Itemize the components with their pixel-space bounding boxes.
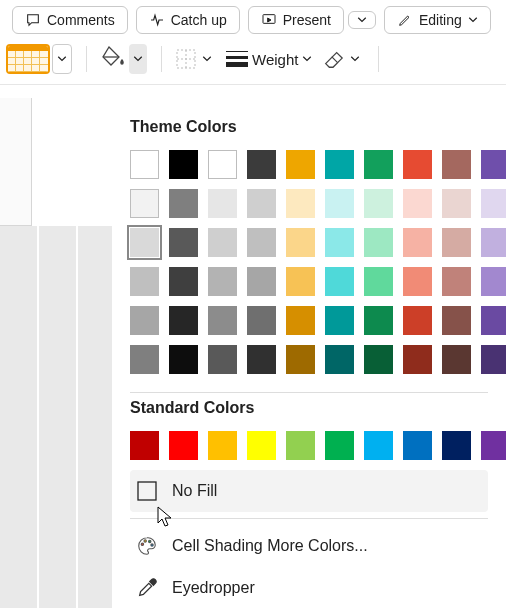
color-swatch[interactable] [247,150,276,179]
toolbar-divider [161,46,162,72]
color-swatch[interactable] [442,306,471,335]
more-colors-label: Cell Shading More Colors... [172,537,368,555]
table-tools-row: Weight [0,40,506,85]
table-style-dropdown[interactable] [52,44,72,74]
color-swatch[interactable] [325,345,354,374]
color-swatch[interactable] [442,431,471,460]
color-swatch[interactable] [364,431,393,460]
fill-bucket-button[interactable] [101,44,127,74]
color-swatch[interactable] [325,267,354,296]
color-swatch[interactable] [130,150,159,179]
color-swatch[interactable] [247,306,276,335]
color-swatch[interactable] [403,228,432,257]
color-swatch[interactable] [247,431,276,460]
theme-colors-grid [130,150,488,374]
table-style-thumbnail[interactable] [6,44,50,74]
eraser-group [322,44,364,74]
color-swatch[interactable] [481,189,506,218]
color-swatch[interactable] [169,267,198,296]
color-swatch[interactable] [208,150,237,179]
color-swatch[interactable] [169,431,198,460]
color-swatch[interactable] [286,189,315,218]
color-swatch[interactable] [481,150,506,179]
color-swatch[interactable] [403,431,432,460]
svg-point-8 [151,544,153,546]
color-swatch[interactable] [247,345,276,374]
editing-mode-button[interactable]: Editing [384,6,491,34]
color-swatch[interactable] [481,228,506,257]
color-swatch[interactable] [481,267,506,296]
color-swatch[interactable] [325,228,354,257]
color-swatch[interactable] [286,431,315,460]
toolbar-divider [86,46,87,72]
border-dropdown[interactable] [198,44,216,74]
color-swatch[interactable] [130,228,159,257]
color-swatch[interactable] [286,345,315,374]
catchup-button[interactable]: Catch up [136,6,240,34]
color-swatch[interactable] [325,150,354,179]
color-swatch[interactable] [442,189,471,218]
color-swatch[interactable] [247,228,276,257]
color-swatch[interactable] [169,189,198,218]
color-swatch[interactable] [247,267,276,296]
color-swatch[interactable] [364,267,393,296]
color-swatch[interactable] [442,228,471,257]
color-swatch[interactable] [208,189,237,218]
color-swatch[interactable] [130,345,159,374]
color-swatch[interactable] [364,345,393,374]
color-swatch[interactable] [403,189,432,218]
present-dropdown[interactable] [348,11,376,29]
present-button[interactable]: Present [248,6,344,34]
color-swatch[interactable] [208,306,237,335]
color-swatch[interactable] [442,345,471,374]
color-swatch[interactable] [169,345,198,374]
color-swatch[interactable] [325,306,354,335]
more-colors-item[interactable]: Cell Shading More Colors... [130,525,488,567]
chevron-down-icon [202,56,212,62]
color-swatch[interactable] [325,431,354,460]
color-swatch[interactable] [130,189,159,218]
color-swatch[interactable] [442,150,471,179]
color-swatch[interactable] [208,228,237,257]
palette-icon [136,535,158,557]
color-swatch[interactable] [364,228,393,257]
color-swatch[interactable] [169,150,198,179]
color-swatch[interactable] [130,267,159,296]
color-swatch[interactable] [286,228,315,257]
color-swatch[interactable] [208,345,237,374]
color-swatch[interactable] [403,345,432,374]
color-swatch[interactable] [286,267,315,296]
weight-group[interactable]: Weight [226,51,312,68]
color-swatch[interactable] [130,431,159,460]
no-fill-item[interactable]: No Fill [130,470,488,512]
panel-divider [130,392,488,393]
fill-color-dropdown[interactable] [129,44,147,74]
color-swatch[interactable] [169,228,198,257]
color-swatch[interactable] [325,189,354,218]
color-swatch[interactable] [286,306,315,335]
eyedropper-item[interactable]: Eyedropper [130,567,488,608]
comments-button[interactable]: Comments [12,6,128,34]
color-swatch[interactable] [481,306,506,335]
color-swatch[interactable] [364,150,393,179]
color-swatch[interactable] [442,267,471,296]
svg-point-7 [149,540,151,542]
color-swatch[interactable] [247,189,276,218]
color-swatch[interactable] [403,150,432,179]
paint-bucket-icon [101,44,127,70]
color-swatch[interactable] [208,431,237,460]
color-swatch[interactable] [130,306,159,335]
color-swatch[interactable] [208,267,237,296]
color-swatch[interactable] [403,267,432,296]
color-swatch[interactable] [364,306,393,335]
standard-colors-grid [130,431,488,460]
color-swatch[interactable] [286,150,315,179]
color-swatch[interactable] [481,431,506,460]
color-swatch[interactable] [364,189,393,218]
weight-label: Weight [250,51,300,68]
color-swatch[interactable] [481,345,506,374]
eraser-dropdown[interactable] [346,44,364,74]
border-icon [176,49,196,69]
color-swatch[interactable] [169,306,198,335]
color-swatch[interactable] [403,306,432,335]
